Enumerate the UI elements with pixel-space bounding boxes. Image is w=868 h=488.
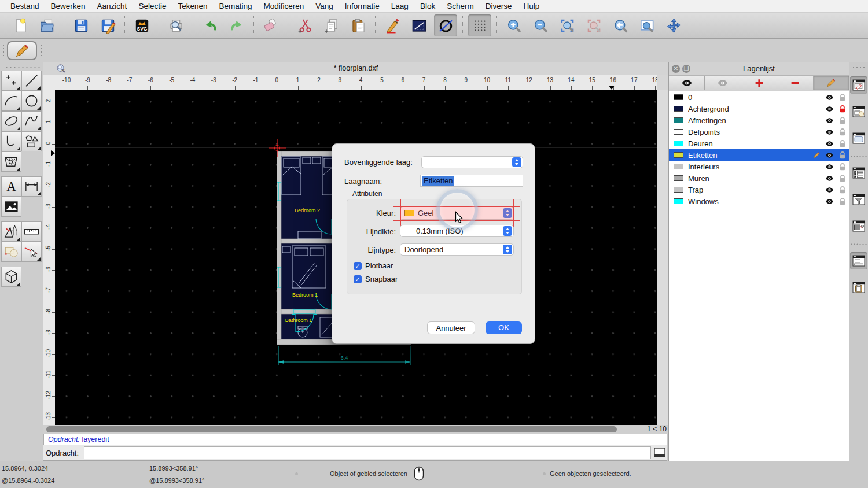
layer-visibility-icon[interactable] (825, 105, 834, 113)
menu-item-bewerken[interactable]: Bewerken (45, 0, 91, 13)
previous-view-icon[interactable] (609, 14, 632, 36)
menu-item-modificeren[interactable]: Modificeren (258, 0, 310, 13)
layer-row[interactable]: 0 (669, 91, 849, 103)
selection-filter-window-icon[interactable] (850, 191, 867, 208)
no-restriction-icon[interactable] (434, 14, 457, 36)
viewport-window-icon[interactable] (850, 217, 867, 235)
svg-export-icon[interactable]: SVG (130, 14, 153, 36)
command-window-toggle-icon[interactable] (654, 448, 665, 458)
layer-visibility-icon[interactable] (825, 175, 834, 182)
menu-item-vang[interactable]: Vang (310, 0, 339, 13)
layer-visibility-icon[interactable] (825, 117, 834, 124)
add-layer-icon[interactable] (741, 76, 777, 90)
layer-unlocked-icon[interactable] (839, 186, 846, 194)
menu-item-laag[interactable]: Laag (385, 0, 414, 13)
edit-pencil-icon[interactable] (381, 14, 404, 36)
paste-icon[interactable] (347, 14, 370, 36)
layer-row[interactable]: Windows (669, 195, 849, 207)
line-tools-icon[interactable] (21, 71, 42, 91)
layer-unlocked-icon[interactable] (839, 116, 846, 124)
layer-row[interactable]: Etiketten (669, 149, 849, 161)
property-editor-window-icon[interactable] (850, 164, 867, 182)
scrollbar-thumb[interactable] (46, 426, 617, 432)
dimension-tools-icon[interactable] (21, 176, 42, 197)
polyline-tools-icon[interactable] (1, 131, 21, 151)
layer-locked-icon[interactable] (839, 105, 846, 113)
layer-unlocked-icon[interactable] (839, 128, 846, 136)
plottable-checkbox[interactable]: ✓ Plotbaar (354, 261, 393, 270)
layer-visibility-icon[interactable] (825, 163, 834, 171)
horizontal-scrollbar[interactable] (43, 425, 645, 434)
layer-unlocked-icon[interactable] (839, 151, 846, 159)
layer-row[interactable]: Deuren (669, 138, 849, 149)
cancel-button[interactable]: Annuleer (427, 321, 475, 334)
spline-tools-icon[interactable] (21, 111, 42, 131)
clipboard-window-icon[interactable] (850, 279, 867, 296)
library-browser-window-icon[interactable] (850, 130, 867, 147)
menu-item-diverse[interactable]: Diverse (480, 0, 518, 13)
layer-unlocked-icon[interactable] (839, 174, 846, 182)
redo-icon[interactable] (225, 14, 248, 36)
edit-layer-icon[interactable] (814, 76, 849, 90)
ellipse-tools-icon[interactable] (1, 111, 21, 131)
measure-tools-icon[interactable] (21, 221, 42, 242)
layer-name-field[interactable]: Etiketten (420, 175, 523, 187)
dock-drag-handle[interactable] (851, 65, 866, 69)
layer-unlocked-icon[interactable] (839, 197, 846, 205)
layer-visibility-icon[interactable] (825, 186, 834, 194)
text-tool-icon[interactable]: A (1, 176, 21, 197)
layer-visibility-icon[interactable] (825, 94, 834, 101)
menu-item-bestand[interactable]: Bestand (5, 0, 45, 13)
zoom-in-icon[interactable] (502, 14, 525, 36)
layer-unlocked-icon[interactable] (839, 93, 846, 101)
menu-item-tekenen[interactable]: Tekenen (172, 0, 213, 13)
grid-toggle-icon[interactable] (468, 14, 491, 36)
menu-item-aanzicht[interactable]: Aanzicht (91, 0, 133, 13)
layer-visibility-icon[interactable] (825, 128, 834, 136)
show-all-layers-icon[interactable] (669, 76, 705, 90)
parent-layer-dropdown[interactable] (421, 156, 523, 168)
image-tool-icon[interactable] (1, 197, 21, 217)
hatch-tool-icon[interactable] (1, 151, 21, 172)
command-input[interactable] (84, 446, 651, 459)
arc-tools-icon[interactable] (1, 91, 21, 111)
vertical-scrollbar[interactable] (657, 90, 668, 425)
layer-unlocked-icon[interactable] (839, 162, 846, 171)
snappable-checkbox[interactable]: ✓ Snapbaar (354, 275, 398, 283)
selection-tools-icon[interactable] (1, 242, 21, 262)
save-icon[interactable] (69, 14, 93, 36)
layer-visibility-icon[interactable] (825, 198, 834, 205)
ok-button[interactable]: OK (486, 321, 522, 334)
hide-all-layers-icon[interactable] (705, 76, 741, 90)
menu-item-selectie[interactable]: Selectie (133, 0, 172, 13)
layer-row[interactable]: Defpoints (669, 126, 849, 138)
print-preview-icon[interactable] (164, 14, 187, 36)
select-tool-icon[interactable] (21, 242, 42, 262)
save-as-icon[interactable] (96, 14, 119, 36)
menu-item-informatie[interactable]: Informatie (339, 0, 385, 13)
open-file-icon[interactable] (35, 14, 58, 36)
circle-tools-icon[interactable] (21, 91, 42, 111)
layer-row[interactable]: Interieurs (669, 161, 849, 172)
command-line-window-icon[interactable] (850, 252, 867, 269)
layer-row[interactable]: Muren (669, 172, 849, 184)
solid-tools-icon[interactable] (1, 267, 21, 287)
remove-layer-icon[interactable] (777, 76, 813, 90)
zoom-out-icon[interactable] (529, 14, 552, 36)
menu-item-blok[interactable]: Blok (414, 0, 441, 13)
block-list-window-icon[interactable] (850, 103, 867, 120)
shape-tools-icon[interactable] (21, 131, 42, 151)
copy-icon[interactable] (320, 14, 343, 36)
zoom-window-icon[interactable] (635, 14, 659, 36)
menu-item-scherm[interactable]: Scherm (441, 0, 480, 13)
palette-drag-handle[interactable] (3, 64, 40, 70)
drawing-window-titlebar[interactable]: * floorplan.dxf (43, 62, 668, 75)
layer-row[interactable]: Achtergrond (669, 103, 849, 114)
cut-icon[interactable] (293, 14, 317, 36)
distance-measure-icon[interactable] (407, 14, 431, 36)
menu-item-hulp[interactable]: Hulp (517, 0, 545, 13)
layer-list-window-icon[interactable] (850, 76, 867, 94)
layer-row[interactable]: Afmetingen (669, 114, 849, 126)
point-tools-icon[interactable] (1, 71, 21, 91)
current-tool-button[interactable] (7, 41, 37, 60)
